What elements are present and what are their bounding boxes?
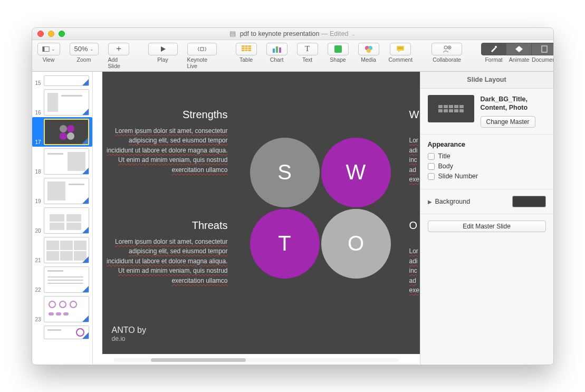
content-area: 15 16 17 18 bbox=[32, 72, 553, 365]
shape-button[interactable] bbox=[328, 43, 349, 55]
appearance-section: Appearance Title Body Slide Number bbox=[420, 135, 553, 189]
inspector-tab-slide-layout[interactable]: Slide Layout bbox=[420, 72, 553, 89]
appearance-title: Appearance bbox=[428, 141, 546, 148]
slide-number: 23 bbox=[35, 317, 43, 322]
master-thumbnail bbox=[428, 95, 474, 122]
svg-point-23 bbox=[495, 46, 497, 48]
slide-thumbnail bbox=[44, 207, 89, 234]
view-button[interactable]: ⌄ bbox=[37, 43, 60, 55]
collaborate-button[interactable] bbox=[431, 43, 462, 55]
background-swatch[interactable] bbox=[512, 196, 546, 207]
titlebar: ▤ pdf to keynote presentation — Edited ⌄ bbox=[32, 28, 553, 40]
circle-s: S bbox=[250, 138, 320, 207]
circle-t: T bbox=[250, 209, 320, 279]
change-master-button[interactable]: Change Master bbox=[481, 116, 535, 128]
scrollbar-thumb[interactable] bbox=[151, 358, 246, 362]
opportunities-title: O bbox=[409, 219, 420, 232]
background-disclosure[interactable]: ▶ Background bbox=[428, 198, 471, 205]
comment-icon bbox=[396, 45, 405, 53]
slide-content: Strengths Lorem ipsum dolor sit amet, co… bbox=[102, 72, 420, 354]
animate-tab[interactable] bbox=[506, 43, 532, 55]
slide-canvas[interactable]: Strengths Lorem ipsum dolor sit amet, co… bbox=[93, 72, 420, 365]
checkbox-icon[interactable] bbox=[428, 173, 435, 180]
svg-rect-25 bbox=[542, 46, 547, 52]
document-tab[interactable] bbox=[532, 43, 553, 55]
nav-slide[interactable]: 20 bbox=[32, 206, 92, 235]
nav-slide[interactable]: 19 bbox=[32, 176, 92, 206]
add-slide-label: Add Slide bbox=[108, 56, 129, 69]
nav-slide[interactable]: 23 bbox=[32, 294, 92, 324]
nav-slide[interactable]: 21 bbox=[32, 235, 92, 265]
edit-master-button[interactable]: Edit Master Slide bbox=[428, 221, 546, 232]
nav-slide[interactable]: 16 bbox=[32, 88, 92, 117]
edited-marker: — Edited bbox=[321, 30, 348, 37]
keynote-live-button[interactable] bbox=[187, 43, 217, 55]
nav-slide[interactable] bbox=[32, 324, 92, 341]
play-button[interactable] bbox=[148, 43, 178, 55]
checkbox-icon[interactable] bbox=[428, 153, 435, 160]
slide-thumbnail bbox=[44, 119, 89, 145]
keynote-window: ▤ pdf to keynote presentation — Edited ⌄… bbox=[32, 27, 554, 365]
table-button[interactable] bbox=[236, 43, 257, 55]
window-title[interactable]: ▤ pdf to keynote presentation — Edited ⌄ bbox=[32, 30, 553, 37]
table-label: Table bbox=[239, 56, 253, 63]
media-button[interactable] bbox=[358, 43, 379, 55]
body-checkbox-row[interactable]: Body bbox=[428, 162, 546, 170]
chevron-down-icon: ⌄ bbox=[51, 46, 55, 52]
slidenum-checkbox-row[interactable]: Slide Number bbox=[428, 173, 546, 180]
document-icon bbox=[541, 45, 548, 53]
document-icon: ▤ bbox=[229, 30, 236, 37]
slide-number: 19 bbox=[35, 198, 43, 204]
text-button[interactable]: T bbox=[297, 43, 318, 55]
opportunities-body: Lor adi inc ad exe bbox=[409, 237, 420, 296]
zoom-value: 50% bbox=[74, 45, 88, 53]
format-label: Format bbox=[481, 56, 506, 63]
slide-number: 17 bbox=[35, 139, 43, 145]
chart-button[interactable] bbox=[266, 43, 287, 55]
svg-rect-10 bbox=[276, 46, 278, 53]
footer-line1: ANTO by bbox=[112, 326, 147, 335]
play-label: Play bbox=[157, 56, 168, 63]
slide-thumbnail bbox=[44, 178, 89, 204]
horizontal-scrollbar[interactable] bbox=[93, 358, 420, 363]
comment-button[interactable] bbox=[390, 43, 411, 55]
slide-navigator[interactable]: 15 16 17 18 bbox=[32, 72, 93, 365]
text-label: Text bbox=[302, 56, 312, 63]
slide-thumbnail bbox=[44, 237, 89, 263]
disclosure-triangle-icon: ▶ bbox=[428, 199, 432, 205]
chevron-down-icon[interactable]: ⌄ bbox=[351, 31, 356, 37]
nav-slide[interactable]: 15 bbox=[32, 74, 92, 88]
nav-slide-selected[interactable]: 17 bbox=[32, 117, 92, 147]
nav-slide[interactable]: 22 bbox=[32, 265, 92, 294]
footer-line2: de.io bbox=[112, 335, 147, 342]
slide-number: 18 bbox=[35, 169, 43, 175]
weaknesses-body: Lor adi inc ad exe bbox=[409, 126, 420, 185]
zoom-button[interactable]: 50% ⌄ bbox=[70, 43, 99, 55]
add-slide-button[interactable]: ＋ bbox=[108, 43, 129, 55]
title-checkbox-row[interactable]: Title bbox=[428, 152, 546, 160]
slidenum-checkbox-label: Slide Number bbox=[438, 173, 478, 180]
master-name: Dark_BG_Title, Content, Photo bbox=[481, 95, 546, 112]
comment-group: Comment bbox=[389, 43, 413, 63]
strengths-body: Lorem ipsum dolor sit amet, consectetur … bbox=[107, 126, 228, 175]
slide-thumbnail bbox=[44, 148, 89, 175]
background-label: Background bbox=[435, 198, 471, 205]
slide-thumbnail bbox=[44, 296, 89, 322]
inspector-panel: Slide Layout Dark_BG_Title, Content, Pho… bbox=[420, 72, 553, 365]
svg-marker-16 bbox=[398, 51, 400, 52]
nav-slide[interactable]: 18 bbox=[32, 147, 92, 176]
format-tab[interactable] bbox=[481, 43, 506, 55]
circle-o: O bbox=[321, 209, 391, 279]
weaknesses-block: W Lor adi inc ad exe bbox=[409, 109, 420, 185]
view-group: ⌄ View bbox=[37, 43, 60, 63]
slide-thumbnail bbox=[44, 75, 89, 86]
threats-block: Threats Lorem ipsum dolor sit amet, cons… bbox=[107, 219, 228, 286]
media-group: Media bbox=[358, 43, 379, 63]
view-label: View bbox=[43, 56, 55, 63]
zoom-label: Zoom bbox=[77, 56, 91, 63]
svg-marker-2 bbox=[161, 46, 166, 52]
text-group: T Text bbox=[297, 43, 318, 63]
slide-thumbnail bbox=[44, 326, 89, 339]
play-group: Play bbox=[148, 43, 178, 63]
checkbox-icon[interactable] bbox=[428, 163, 435, 170]
